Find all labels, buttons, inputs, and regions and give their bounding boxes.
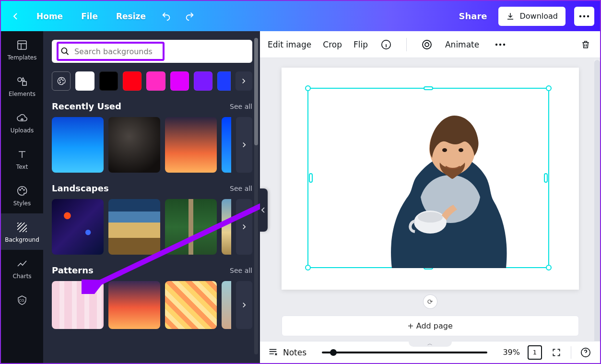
back-icon[interactable] (7, 7, 25, 25)
nav-styles[interactable]: Styles (1, 177, 43, 213)
flip-button[interactable]: Flip (354, 40, 368, 49)
search-icon (60, 46, 70, 57)
bg-thumb[interactable] (165, 199, 217, 255)
share-button[interactable]: Share (452, 7, 494, 25)
section-title: Patterns (52, 265, 94, 275)
bg-thumb[interactable] (222, 117, 231, 173)
patterns-next-button[interactable] (236, 281, 252, 329)
bg-thumb[interactable] (165, 281, 217, 329)
home-button[interactable]: Home (30, 8, 70, 25)
section-title: Recently Used (52, 101, 121, 111)
svg-point-12 (61, 79, 62, 80)
svg-point-24 (459, 148, 463, 152)
fullscreen-icon[interactable] (550, 346, 563, 359)
undo-icon[interactable] (157, 7, 176, 25)
svg-rect-5 (23, 82, 26, 85)
nav-background[interactable]: Background (1, 213, 43, 250)
bg-thumb[interactable] (52, 281, 104, 329)
info-icon[interactable] (379, 38, 393, 51)
see-all-landscapes[interactable]: See all (230, 185, 252, 192)
section-title: Landscapes (52, 183, 109, 193)
search-bar[interactable] (52, 40, 252, 63)
footer-bar: ︿ Notes 39% 1 (260, 341, 600, 363)
resize-button[interactable]: Resize (109, 8, 153, 25)
templates-icon (16, 39, 28, 51)
svg-point-11 (59, 80, 60, 81)
uploads-icon (16, 112, 28, 124)
swatch-pink[interactable] (146, 71, 165, 91)
svg-point-18 (425, 43, 429, 47)
svg-point-21 (503, 43, 505, 45)
animate-button[interactable]: Animate (445, 40, 479, 49)
svg-point-14 (59, 82, 60, 83)
bg-thumb[interactable] (222, 199, 231, 255)
animate-icon (420, 38, 434, 51)
add-page-label: + Add page (407, 321, 453, 330)
zoom-value: 39% (503, 348, 520, 357)
swatch-magenta[interactable] (170, 71, 189, 91)
svg-point-8 (24, 189, 24, 190)
section-recent: Recently Used See all (52, 101, 252, 173)
notes-button[interactable]: Notes (268, 347, 306, 358)
recent-next-button[interactable] (236, 117, 252, 173)
zoom-slider[interactable] (314, 352, 495, 353)
notes-label: Notes (283, 348, 306, 357)
swatch-red[interactable] (123, 71, 141, 91)
svg-point-2 (587, 15, 589, 17)
canvas-image[interactable] (363, 96, 517, 268)
swatch-black[interactable] (99, 71, 118, 91)
bg-thumb[interactable] (52, 117, 104, 173)
search-input[interactable] (74, 47, 160, 56)
more-icon: CO. (16, 294, 28, 306)
nav-label: Uploads (11, 127, 34, 134)
crop-button[interactable]: Crop (323, 40, 342, 49)
file-button[interactable]: File (74, 8, 105, 25)
svg-point-17 (423, 40, 431, 49)
help-icon[interactable] (579, 346, 592, 359)
download-button[interactable]: Download (498, 7, 566, 26)
color-picker-button[interactable] (52, 71, 71, 91)
canvas-scrollbar[interactable] (594, 60, 600, 364)
nav-text[interactable]: Text (1, 141, 43, 177)
nav-label: Elements (9, 91, 35, 97)
nav-charts[interactable]: Charts (1, 250, 43, 286)
page-indicator[interactable]: 1 (528, 345, 542, 360)
swatch-violet[interactable] (194, 71, 212, 91)
bg-thumb[interactable] (222, 281, 231, 329)
bg-thumb[interactable] (52, 199, 104, 255)
add-page-button[interactable]: + Add page (282, 316, 579, 336)
bg-thumb[interactable] (108, 117, 160, 173)
nav-more[interactable]: CO. (1, 286, 43, 313)
section-patterns: Patterns See all (52, 265, 252, 329)
color-swatch-row (52, 71, 252, 91)
toolbar-more-button[interactable] (494, 38, 507, 51)
panel-scrollbar[interactable] (254, 38, 258, 354)
top-bar: Home File Resize Share Download (1, 1, 600, 31)
edit-image-button[interactable]: Edit image (268, 40, 311, 49)
swap-orientation-button[interactable]: ⟳ (423, 294, 437, 309)
nav-label: Templates (7, 54, 36, 61)
landscapes-next-button[interactable] (236, 199, 252, 255)
see-all-recent[interactable]: See all (230, 103, 252, 110)
bg-thumb[interactable] (165, 117, 217, 173)
more-button[interactable] (574, 7, 594, 26)
nav-templates[interactable]: Templates (1, 31, 43, 68)
trash-icon[interactable] (579, 38, 592, 51)
bg-thumb[interactable] (108, 199, 160, 255)
redo-icon[interactable] (180, 7, 199, 25)
svg-point-4 (18, 78, 22, 82)
canvas-area: Edit image Crop Flip Animate (260, 31, 600, 363)
svg-point-7 (22, 188, 23, 189)
panel-collapse-button[interactable] (259, 188, 268, 232)
bg-thumb[interactable] (108, 281, 160, 329)
canvas-page[interactable] (282, 68, 579, 290)
nav-elements[interactable]: Elements (1, 68, 43, 104)
svg-point-23 (442, 148, 447, 152)
swatch-blue[interactable] (217, 71, 231, 91)
swatch-white[interactable] (75, 71, 94, 91)
canvas-toolbar: Edit image Crop Flip Animate (260, 31, 600, 58)
nav-uploads[interactable]: Uploads (1, 104, 43, 141)
swatch-next-button[interactable] (236, 71, 252, 91)
page-drawer-handle[interactable]: ︿ (409, 340, 452, 347)
see-all-patterns[interactable]: See all (230, 267, 252, 274)
